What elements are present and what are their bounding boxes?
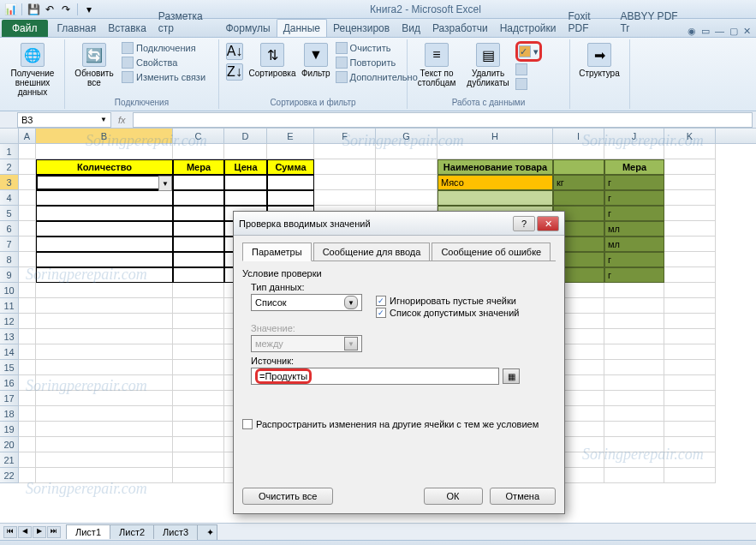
col-b[interactable]: B bbox=[36, 129, 173, 143]
cell[interactable] bbox=[19, 252, 36, 267]
cell[interactable] bbox=[664, 175, 716, 190]
cell[interactable] bbox=[36, 252, 173, 267]
cell[interactable]: кг bbox=[553, 175, 604, 190]
outline-button[interactable]: ➡Структура bbox=[575, 41, 623, 80]
reapply-button[interactable]: Повторить bbox=[336, 56, 418, 69]
cell[interactable] bbox=[664, 437, 716, 452]
sheet-tab-1[interactable]: Лист1 bbox=[66, 524, 110, 539]
get-external-data-button[interactable]: 🌐Получение внешних данных bbox=[9, 41, 57, 99]
cell[interactable] bbox=[36, 468, 173, 483]
cell[interactable] bbox=[267, 144, 314, 159]
cell[interactable] bbox=[664, 252, 716, 267]
cell[interactable] bbox=[314, 190, 376, 206]
row-header[interactable]: 16 bbox=[0, 375, 19, 391]
edit-links-button[interactable]: Изменить связи bbox=[122, 70, 205, 84]
cell[interactable] bbox=[19, 452, 36, 468]
cell[interactable] bbox=[604, 283, 664, 298]
cell[interactable] bbox=[19, 344, 36, 360]
cell[interactable] bbox=[438, 144, 553, 159]
clear-filter-button[interactable]: Очистить bbox=[336, 41, 418, 55]
tab-formulas[interactable]: Формулы bbox=[219, 20, 276, 37]
row-header[interactable]: 18 bbox=[0, 406, 19, 422]
row-header[interactable]: 11 bbox=[0, 298, 19, 314]
cell[interactable] bbox=[173, 252, 224, 267]
cell[interactable] bbox=[36, 298, 173, 314]
cell[interactable] bbox=[664, 221, 716, 237]
cell[interactable] bbox=[314, 159, 376, 175]
range-selector-icon[interactable]: ▦ bbox=[503, 368, 520, 384]
tab-foxit[interactable]: Foxit PDF bbox=[562, 8, 614, 37]
cell[interactable] bbox=[36, 391, 173, 406]
undo-icon[interactable]: ↶ bbox=[43, 3, 57, 16]
cell[interactable] bbox=[173, 391, 224, 406]
cell[interactable]: ▼ bbox=[36, 175, 173, 190]
cell[interactable] bbox=[553, 144, 604, 159]
cell[interactable] bbox=[36, 190, 173, 206]
cell[interactable] bbox=[173, 267, 224, 283]
cell[interactable] bbox=[19, 159, 36, 175]
cell[interactable] bbox=[664, 422, 716, 437]
cell[interactable] bbox=[36, 406, 173, 422]
row-header[interactable]: 21 bbox=[0, 452, 19, 468]
maximize-icon[interactable]: ▢ bbox=[729, 26, 738, 37]
tab-review[interactable]: Рецензиров bbox=[327, 20, 396, 37]
tab-insert[interactable]: Вставка bbox=[102, 20, 152, 37]
cell[interactable] bbox=[604, 468, 664, 483]
cell[interactable] bbox=[36, 144, 173, 159]
cell[interactable] bbox=[664, 144, 716, 159]
cell[interactable] bbox=[604, 375, 664, 391]
whatif-button[interactable] bbox=[515, 77, 542, 91]
row-header[interactable]: 19 bbox=[0, 422, 19, 437]
name-box[interactable]: B3▼ bbox=[17, 112, 111, 128]
sheet-nav-last[interactable]: ⏭ bbox=[47, 526, 61, 538]
cell[interactable]: Количество bbox=[36, 159, 173, 175]
cell[interactable] bbox=[173, 144, 224, 159]
cell[interactable] bbox=[604, 298, 664, 314]
chevron-down-icon[interactable]: ▼ bbox=[344, 296, 358, 309]
row-header[interactable]: 2 bbox=[0, 159, 19, 175]
cell[interactable] bbox=[664, 344, 716, 360]
cell[interactable] bbox=[604, 391, 664, 406]
cell[interactable] bbox=[36, 452, 173, 468]
cell[interactable] bbox=[36, 329, 173, 344]
close-icon[interactable]: ✕ bbox=[743, 26, 751, 37]
advanced-filter-button[interactable]: Дополнительно bbox=[336, 70, 418, 84]
row-header[interactable]: 10 bbox=[0, 283, 19, 298]
col-a[interactable]: A bbox=[19, 129, 36, 143]
cell[interactable] bbox=[36, 314, 173, 329]
cell[interactable] bbox=[376, 144, 438, 159]
cell[interactable] bbox=[36, 360, 173, 375]
cell[interactable] bbox=[604, 314, 664, 329]
cell[interactable]: Мера bbox=[604, 159, 664, 175]
tab-view[interactable]: Вид bbox=[396, 20, 426, 37]
cell[interactable] bbox=[19, 190, 36, 206]
dialog-titlebar[interactable]: Проверка вводимых значений ? ✕ bbox=[234, 212, 564, 236]
cell[interactable] bbox=[604, 144, 664, 159]
minimize-icon[interactable]: — bbox=[715, 26, 724, 37]
tab-layout[interactable]: Разметка стр bbox=[152, 8, 220, 37]
sheet-nav-prev[interactable]: ◀ bbox=[18, 526, 32, 538]
cell[interactable] bbox=[173, 314, 224, 329]
cell[interactable] bbox=[173, 452, 224, 468]
in-cell-dropdown-checkbox[interactable]: ✓ bbox=[376, 308, 386, 318]
dialog-close-icon[interactable]: ✕ bbox=[537, 216, 559, 231]
cell[interactable] bbox=[173, 221, 224, 237]
col-g[interactable]: G bbox=[376, 129, 438, 143]
row-header[interactable]: 7 bbox=[0, 237, 19, 252]
cell[interactable] bbox=[173, 360, 224, 375]
cell[interactable] bbox=[19, 298, 36, 314]
cell[interactable] bbox=[173, 298, 224, 314]
cell[interactable] bbox=[173, 237, 224, 252]
tab-data[interactable]: Данные bbox=[277, 19, 327, 37]
row-header[interactable]: 6 bbox=[0, 221, 19, 237]
cell[interactable] bbox=[36, 221, 173, 237]
tab-developer[interactable]: Разработчи bbox=[426, 20, 494, 37]
cell[interactable] bbox=[173, 206, 224, 221]
tab-abbyy[interactable]: ABBYY PDF Tr bbox=[614, 8, 688, 37]
cell[interactable] bbox=[553, 159, 604, 175]
cell[interactable]: мл bbox=[604, 237, 664, 252]
cell[interactable] bbox=[267, 190, 314, 206]
clear-all-button[interactable]: Очистить все bbox=[242, 488, 333, 505]
sort-az-button[interactable]: A↓Z↓ bbox=[224, 41, 245, 82]
cell[interactable] bbox=[173, 468, 224, 483]
